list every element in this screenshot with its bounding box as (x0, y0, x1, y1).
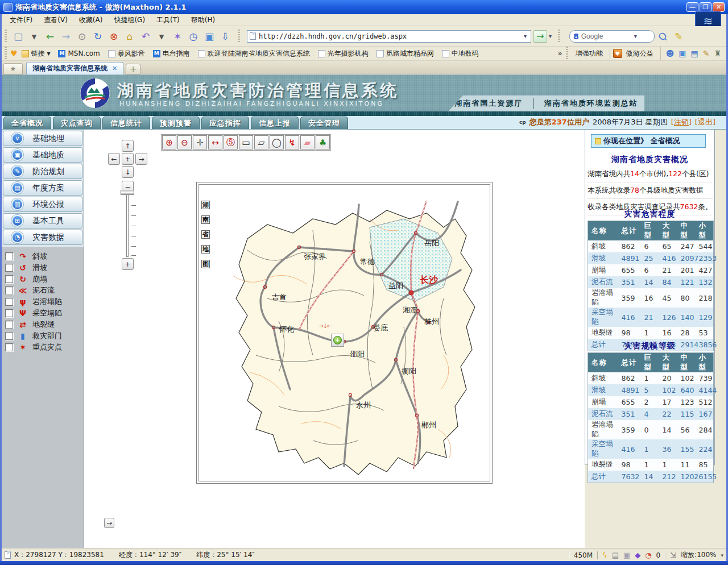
new-page-caret-icon[interactable]: ▾ (26, 28, 42, 44)
tab-star-button[interactable]: ★ (3, 63, 23, 74)
resize-icon[interactable]: ⇲ (670, 551, 676, 559)
history-clock-icon[interactable]: ◷ (185, 28, 201, 44)
layer-checkbox[interactable] (5, 286, 13, 294)
layer-checkbox[interactable] (5, 298, 13, 306)
link-geo-env-station[interactable]: 湖南省地质环境监测总站 (544, 98, 638, 109)
nav-tab[interactable]: 信息统计 (102, 117, 150, 129)
layer-checkbox[interactable] (5, 321, 13, 329)
sessions-icon[interactable]: ▣ (201, 28, 217, 44)
bookmark-item[interactable]: 链接 ▾ (18, 48, 55, 60)
magic-wand-icon[interactable]: ✶ (169, 28, 185, 44)
building-icon[interactable]: ♜ (712, 49, 723, 58)
undo-caret-icon[interactable]: ▾ (154, 28, 169, 44)
go-button[interactable]: → (533, 30, 547, 43)
search-engine-caret[interactable]: ▾ (632, 33, 639, 39)
pan-center-button[interactable]: + (122, 153, 134, 165)
url-input[interactable] (259, 32, 522, 40)
bookmark-item[interactable]: M MSN.com (54, 48, 104, 60)
redline-icon[interactable]: ↯ (285, 135, 299, 149)
bookmark-item[interactable]: M 电台指南 (149, 48, 194, 60)
zoom-in-slider-button[interactable]: + (122, 258, 134, 270)
new-window-icon[interactable]: ▣ (623, 551, 630, 559)
nav-tab[interactable]: 预测预警 (152, 117, 200, 129)
zoom-in-icon[interactable]: ⊕ (162, 135, 176, 149)
logout-link[interactable]: [注销] (671, 117, 692, 127)
popup-blocker-icon[interactable]: ◔ (645, 551, 651, 559)
tab-close-icon[interactable]: ✕ (112, 65, 117, 72)
nav-tab[interactable]: 应急指挥 (201, 117, 249, 129)
full-extent-icon[interactable]: ♣ (316, 135, 330, 149)
back-icon[interactable]: ← (42, 28, 58, 44)
minimize-button[interactable]: — (686, 2, 698, 12)
favorites-heart-icon[interactable]: ♥ (10, 49, 18, 58)
layer-checkbox[interactable] (5, 332, 13, 340)
section-disaster-data[interactable]: ◔ 灾害数据 (3, 230, 82, 245)
layer-checkbox[interactable] (5, 343, 13, 351)
bookmark-item[interactable]: 觅路城市精品网 (373, 48, 438, 60)
section-prevention-plan[interactable]: ✎ 防治规划 (3, 164, 82, 179)
bookmark-item[interactable]: 中地数码 (438, 48, 483, 60)
url-dropdown-icon[interactable]: ▾ (522, 33, 528, 39)
tab-active[interactable]: 湖南省地质灾害信息系统 ✕ (26, 62, 123, 74)
bookmark-item[interactable]: 光年摄影机构 (314, 48, 373, 60)
layer-checkbox[interactable] (5, 252, 13, 260)
layer-checkbox[interactable] (5, 264, 13, 272)
maxthon-charity-button[interactable]: 傲游公益 (622, 48, 657, 60)
history-dropdown-icon[interactable]: ⊙ (74, 28, 90, 44)
go-options-caret[interactable]: ▾ (547, 33, 553, 39)
select-rect-icon[interactable]: ▭ (239, 135, 253, 149)
layer-checkbox[interactable] (5, 309, 13, 317)
section-base-geography[interactable]: ∨ 基础地理 (3, 131, 82, 146)
user-icon[interactable]: ☻ (664, 49, 677, 58)
menu-item[interactable]: 帮助(H) (186, 14, 220, 26)
link-land-resources-dept[interactable]: 湖南省国土资源厅 (454, 98, 523, 109)
stop-icon[interactable]: ⊗ (106, 28, 122, 44)
refresh-icon[interactable]: ↻ (90, 28, 106, 44)
maximize-button[interactable]: ❐ (700, 2, 712, 12)
pan-up-button[interactable]: ↑ (122, 140, 134, 152)
forward-icon[interactable]: → (58, 28, 74, 44)
search-input[interactable] (581, 32, 632, 40)
menu-item[interactable]: 工具(T) (151, 14, 185, 26)
menu-item[interactable]: 收藏(A) (74, 14, 108, 26)
map-canvas[interactable]: 张家界常德岳阳益阳长沙吉首湘潭株州怀化娄底邵阳衡阳永州郴州 湖南省地图 →↓← … (198, 184, 490, 481)
zoom-caret-icon[interactable]: ▾ (721, 552, 723, 558)
close-button[interactable]: ✕ (713, 2, 725, 12)
pen-icon[interactable]: ✎ (701, 49, 712, 58)
nav-tab[interactable]: 灾点查询 (53, 117, 101, 129)
pan-right-button[interactable]: → (135, 153, 147, 165)
sidebar-expand-button[interactable]: → (104, 518, 114, 528)
undo-icon[interactable]: ↶ (138, 28, 154, 44)
nav-tab[interactable]: 安全管理 (300, 117, 348, 129)
measure-distance-icon[interactable]: ↔ (208, 135, 222, 149)
menu-item[interactable]: 查看(V) (39, 14, 73, 26)
search-icon[interactable]: Ϙ (651, 25, 674, 48)
layer-checkbox[interactable] (5, 275, 13, 283)
zoom-out-icon[interactable]: ⊖ (177, 135, 192, 149)
eraser-icon[interactable]: ▰ (300, 135, 315, 149)
bookmarks-overflow-chevron[interactable]: » (555, 49, 566, 57)
map-marker-button[interactable]: + (331, 334, 344, 347)
notebook-icon[interactable]: ▤ (688, 49, 700, 58)
boost-lightning-icon[interactable]: ϟ (602, 551, 607, 559)
section-base-geology[interactable]: ▣ 基础地质 (3, 147, 82, 163)
adblock-diamond-icon[interactable]: ◆ (635, 551, 640, 559)
section-env-bulletin[interactable]: ▥ 环境公报 (3, 197, 82, 212)
select-polygon-icon[interactable]: ▱ (254, 135, 268, 149)
menu-item[interactable]: 文件(F) (5, 14, 38, 26)
pan-left-button[interactable]: ← (108, 153, 120, 165)
bookmark-item[interactable]: 暴风影音 (104, 48, 149, 60)
home-icon[interactable]: ⌂ (122, 28, 138, 44)
plus-features-button[interactable]: 增强功能 (572, 48, 607, 60)
zoom-slider-handle[interactable] (121, 190, 134, 195)
exit-link[interactable]: [退出] (695, 117, 715, 127)
menu-item[interactable]: 快捷组(G) (109, 14, 150, 26)
printer-icon[interactable]: ▤ (612, 551, 619, 559)
bookmark-item[interactable]: 欢迎登陆湖南省地质灾害信息系统 (194, 48, 314, 60)
pan-down-button[interactable]: ↓ (122, 166, 134, 178)
section-basic-tools[interactable]: ⊞ 基本工具 (3, 213, 82, 229)
new-tab-button[interactable]: + (126, 64, 140, 74)
section-annual-plan[interactable]: ▤ 年度方案 (3, 180, 82, 196)
nav-tab[interactable]: 信息上报 (251, 117, 299, 129)
download-icon[interactable]: ⇩ (217, 28, 233, 44)
